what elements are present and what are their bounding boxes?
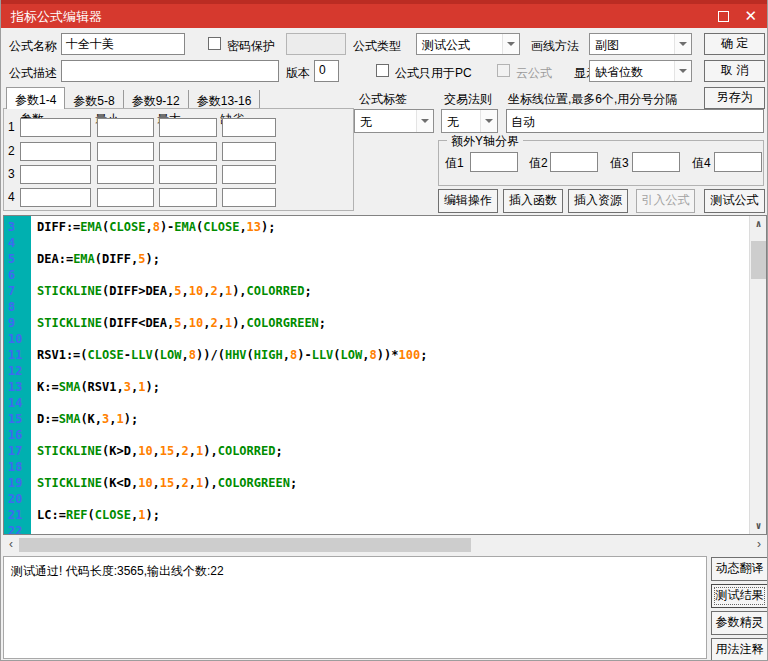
code-line[interactable]: 13K:=SMA(RSV1,3,1); [4,379,749,395]
param-wizard-button[interactable]: 参数精灵 [711,611,768,635]
code-line[interactable]: 8 [4,299,749,315]
test-formula-button[interactable]: 测试公式 [704,189,765,213]
line-number: 3 [4,219,31,235]
scroll-left-icon[interactable]: ‹ [3,537,19,553]
code-line[interactable]: 21LC:=REF(CLOSE,1); [4,507,749,523]
code-line[interactable]: 10 [4,331,749,347]
code-text: DEA:=EMA(DIFF,5); [31,251,160,267]
code-line[interactable]: 3DIFF:=EMA(CLOSE,8)-EMA(CLOSE,13); [4,219,749,235]
status-message: 测试通过! 代码长度:3565,输出线个数:22 [11,563,224,580]
param-input-r1c2[interactable] [97,118,154,137]
password-protect-checkbox[interactable] [208,37,221,50]
ok-button[interactable]: 确 定 [704,33,765,55]
insert-function-button[interactable]: 插入函数 [503,189,563,213]
version-input[interactable]: 0 [314,60,339,82]
code-line[interactable]: 9STICKLINE(DIFF<DEA,5,10,2,1),COLORGREEN… [4,315,749,331]
param-input-r4c3[interactable] [159,188,217,207]
code-line[interactable]: 12 [4,363,749,379]
save-as-button[interactable]: 另存为 [704,87,765,109]
line-number: 12 [4,363,31,379]
insert-resource-button[interactable]: 插入资源 [568,189,628,213]
param-input-r1c4[interactable] [222,118,276,137]
param-input-r3c3[interactable] [159,165,217,184]
dropdown-arrow-icon[interactable] [674,61,691,81]
cloud-formula-label: 云公式 [516,65,552,82]
code-line[interactable]: 20 [4,491,749,507]
code-line[interactable]: 6 [4,267,749,283]
code-line[interactable]: 11RSV1:=(CLOSE-LLV(LOW,8))/(HHV(HIGH,8)-… [4,347,749,363]
code-text [31,299,37,315]
formula-tag-select[interactable]: 无 [354,109,434,133]
decimals-select[interactable]: 缺省位数 [589,60,692,82]
param-input-r4c1[interactable] [20,188,91,207]
formula-desc-input[interactable] [61,60,279,82]
ybreak-input-3[interactable] [632,152,680,172]
formula-name-input[interactable]: 十全十美 [61,33,185,55]
code-line[interactable]: 7STICKLINE(DIFF>DEA,5,10,2,1),COLORRED; [4,283,749,299]
param-input-r3c1[interactable] [20,165,91,184]
test-result-button[interactable]: 测试结果 [711,584,768,608]
code-editor[interactable]: 3DIFF:=EMA(CLOSE,8)-EMA(CLOSE,13);45DEA:… [3,215,767,535]
tab-param-1[interactable]: 参数1-4 [6,87,65,109]
dropdown-arrow-icon[interactable] [674,34,691,54]
scroll-right-icon[interactable]: › [751,537,767,553]
tab-param-2[interactable]: 参数5-8 [65,90,123,109]
maximize-icon[interactable] [718,11,729,22]
ybreak-input-4[interactable] [714,152,762,172]
close-icon[interactable]: ✕ [744,7,757,25]
scroll-down-icon[interactable]: ∨ [750,518,767,534]
horizontal-scroll-thumb[interactable] [19,538,471,552]
code-line[interactable]: 22 [4,523,749,535]
code-line[interactable]: 18 [4,459,749,475]
code-text: LC:=REF(CLOSE,1); [31,507,160,523]
formula-type-select[interactable]: 测试公式 [416,33,520,55]
ybreak-label: 值4 [692,155,711,172]
param-input-r2c3[interactable] [159,142,217,161]
code-area[interactable]: 3DIFF:=EMA(CLOSE,8)-EMA(CLOSE,13);45DEA:… [4,219,749,535]
param-input-r4c2[interactable] [97,188,154,207]
code-line[interactable]: 4 [4,235,749,251]
ybreak-input-2[interactable] [550,152,598,172]
vertical-scrollbar[interactable]: ∧ ∨ [749,216,766,534]
tab-param-3[interactable]: 参数9-12 [124,90,189,109]
draw-method-select[interactable]: 副图 [589,33,692,55]
code-line[interactable]: 5DEA:=EMA(DIFF,5); [4,251,749,267]
param-row-number: 3 [8,167,15,181]
code-line[interactable]: 14 [4,395,749,411]
code-line[interactable]: 15D:=SMA(K,3,1); [4,411,749,427]
scroll-up-icon[interactable]: ∧ [750,216,767,232]
code-line[interactable]: 17STICKLINE(K>D,10,15,2,1),COLORRED; [4,443,749,459]
edit-ops-button[interactable]: 编辑操作 [438,189,498,213]
ybreak-group-label: 额外Y轴分界 [447,133,523,150]
param-input-r3c4[interactable] [222,165,276,184]
import-formula-button: 引入公式 [636,189,695,213]
dropdown-arrow-icon[interactable] [502,34,519,54]
cancel-button[interactable]: 取 消 [704,60,765,82]
ybreak-input-1[interactable] [470,152,518,172]
dropdown-arrow-icon[interactable] [480,110,497,132]
vertical-scroll-thumb[interactable] [751,241,766,279]
line-number: 19 [4,475,31,491]
code-line[interactable]: 19STICKLINE(K<D,10,15,2,1),COLORGREEN; [4,475,749,491]
param-input-r2c4[interactable] [222,142,276,161]
usage-notes-button[interactable]: 用法注释 [711,638,768,661]
param-input-r2c1[interactable] [20,142,91,161]
trade-rule-select[interactable]: 无 [441,109,498,133]
param-input-r3c2[interactable] [97,165,154,184]
tab-param-4[interactable]: 参数13-16 [189,90,261,109]
pc-only-checkbox[interactable] [376,64,389,77]
line-number: 8 [4,299,31,315]
dynamic-translate-button[interactable]: 动态翻译 [711,557,768,581]
dropdown-arrow-icon[interactable] [416,110,433,132]
param-input-r1c3[interactable] [159,118,217,137]
horizontal-scrollbar[interactable]: ‹ › [3,537,767,553]
code-line[interactable]: 16 [4,427,749,443]
coord-position-input[interactable]: 自动 [506,109,764,133]
param-groupbox: 参数最小最大缺省1234 [3,108,354,211]
code-text [31,523,37,535]
ybreak-label: 值3 [610,155,629,172]
param-input-r1c1[interactable] [20,118,91,137]
param-input-r2c2[interactable] [97,142,154,161]
line-number: 13 [4,379,31,395]
param-input-r4c4[interactable] [222,188,276,207]
